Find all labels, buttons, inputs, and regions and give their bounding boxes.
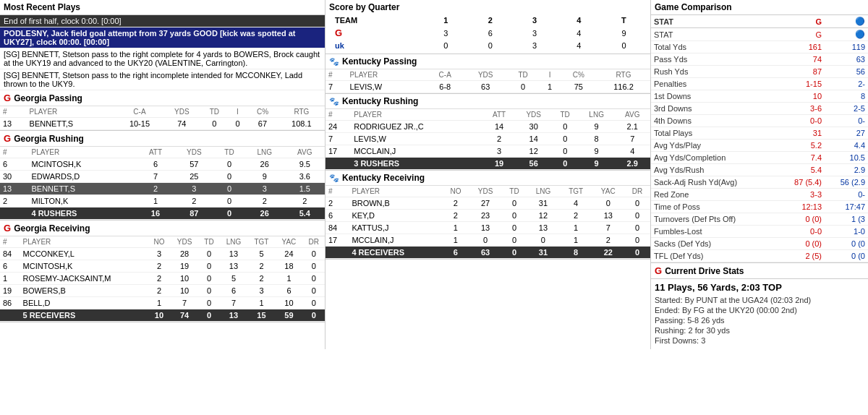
game-comparison-header: Game Comparison bbox=[651, 0, 868, 15]
comp-row: Rush Yds8756 bbox=[651, 66, 868, 78]
table-row: 24RODRIGUEZ JR.,C1430092.1 bbox=[326, 121, 650, 133]
col-att: ATT bbox=[482, 109, 516, 121]
col-player: PLAYER bbox=[29, 147, 137, 158]
score-col-4: 4 bbox=[557, 14, 601, 26]
table-row: 84MCCONKEY,L3280135240 bbox=[0, 248, 325, 260]
kentucky-passing-table: # PLAYER C-A YDS TD I C% RTG 7LEVIS,W6-8… bbox=[326, 69, 650, 93]
col-yds: YDS bbox=[464, 69, 506, 81]
game-comparison-table: STAT G 🔵 STATG🔵Total Yds161119Pass Yds74… bbox=[651, 15, 868, 262]
georgia-receiving-table: # PLAYER NO YDS TD LNG TGT YAC DR 84MCCO… bbox=[0, 236, 325, 322]
play-item: [SG] BENNETT, Stetson pass to the right … bbox=[0, 48, 325, 69]
score-team: G bbox=[329, 26, 424, 40]
score-cell: 3 bbox=[424, 26, 468, 40]
col-ca: C-A bbox=[116, 106, 163, 118]
kentucky-logo-receiving: 🐾 bbox=[329, 174, 339, 183]
current-drive-header: G Current Drive Stats bbox=[651, 262, 868, 279]
comp-row: Sack-Adj Rush Yd(Avg)87 (5.4)56 (2.9 bbox=[651, 176, 868, 189]
score-cell: 4 bbox=[557, 40, 601, 51]
table-row: 6MCINTOSH,K2190132180 bbox=[0, 260, 325, 273]
table-row: 30EDWARDS,D725093.6 bbox=[0, 171, 325, 183]
score-cell: 6 bbox=[468, 26, 512, 40]
georgia-passing-section: G Georgia Passing # PLAYER C-A YDS TD I … bbox=[0, 90, 325, 131]
col-td: TD bbox=[200, 106, 229, 118]
totals-row: 3 RUSHERS1956092.9 bbox=[326, 158, 650, 170]
score-cell: 0 bbox=[468, 40, 512, 51]
comp-row: 1st Downs108 bbox=[651, 90, 868, 103]
col-player: PLAYER bbox=[351, 109, 482, 121]
col-yac: YAC bbox=[276, 236, 303, 248]
drive-ended: Ended: By FG at the UKY20 (00:00 2nd) bbox=[655, 306, 864, 315]
score-col-team: TEAM bbox=[329, 14, 424, 26]
table-row: 7LEVIS,W214087 bbox=[326, 133, 650, 145]
score-cell: 0 bbox=[601, 40, 647, 51]
col-num: # bbox=[0, 147, 29, 158]
cell-num: 13 bbox=[0, 118, 27, 130]
col-att: ATT bbox=[137, 147, 174, 158]
play-item: PODLESNY, Jack field goal attempt from 3… bbox=[0, 27, 325, 48]
table-row: 6MCINTOSH,K6570269.5 bbox=[0, 158, 325, 171]
col-avg: AVG bbox=[615, 109, 651, 121]
col-num: # bbox=[326, 69, 346, 81]
georgia-logo-passing: G bbox=[4, 93, 11, 103]
comp-row: Fumbles-Lost0-01-0 bbox=[651, 226, 868, 238]
col-td: TD bbox=[198, 236, 219, 248]
col-num: # bbox=[326, 109, 351, 121]
col-no: NO bbox=[148, 236, 170, 248]
georgia-receiving-header: G Georgia Receiving bbox=[0, 221, 325, 236]
score-cell: 9 bbox=[601, 26, 647, 40]
col-tgt: TGT bbox=[560, 186, 592, 197]
col-avg: AVG bbox=[285, 147, 325, 158]
col-rtg: RTG bbox=[278, 106, 325, 118]
table-row: 17MCCLAIN,J1000120 bbox=[326, 234, 650, 247]
col-lng: LNG bbox=[244, 147, 285, 158]
comp-row: TFL (Def Yds)2 (5)0 (0 bbox=[651, 250, 868, 262]
col-no: NO bbox=[443, 186, 469, 197]
col-yds: YDS bbox=[174, 147, 214, 158]
recent-plays-section: Most Recent Plays End of first half, clo… bbox=[0, 0, 325, 90]
col-player: PLAYER bbox=[346, 69, 426, 81]
table-row: 19BOWERS,B21006360 bbox=[0, 285, 325, 297]
kentucky-passing-header: 🐾 Kentucky Passing bbox=[326, 54, 650, 69]
comp-row: Total Yds161119 bbox=[651, 41, 868, 54]
table-row: 17MCCLAIN,J312094 bbox=[326, 145, 650, 158]
kentucky-rushing-section: 🐾 Kentucky Rushing # PLAYER ATT YDS TD L… bbox=[326, 94, 650, 171]
col-ca: C-A bbox=[426, 69, 464, 81]
col-lng: LNG bbox=[527, 186, 560, 197]
col-td: TD bbox=[552, 109, 579, 121]
table-row: 2MILTON,K12022 bbox=[0, 195, 325, 208]
score-cell: 3 bbox=[512, 26, 556, 40]
kentucky-logo-rushing: 🐾 bbox=[329, 97, 339, 106]
col-dr: DR bbox=[624, 186, 650, 197]
score-section: Score by Quarter TEAM 1 2 3 4 T G36349uk… bbox=[326, 0, 650, 54]
score-team: uk bbox=[329, 40, 424, 51]
score-cell: 3 bbox=[512, 40, 556, 51]
col-td: TD bbox=[502, 186, 527, 197]
georgia-passing-table: # PLAYER C-A YDS TD I C% RTG 13BENNETT,S… bbox=[0, 106, 325, 130]
totals-row: 4 RUSHERS16870265.4 bbox=[0, 208, 325, 220]
col-td: TD bbox=[214, 147, 244, 158]
col-lng: LNG bbox=[579, 109, 615, 121]
comp-row: Total Plays3127 bbox=[651, 127, 868, 140]
comp-row: Pass Yds7463 bbox=[651, 54, 868, 66]
play-item: End of first half, clock 0:00. [0:00] bbox=[0, 15, 325, 27]
kentucky-receiving-section: 🐾 Kentucky Receiving # PLAYER NO YDS TD … bbox=[326, 171, 650, 260]
table-row: 6KEY,D2230122130 bbox=[326, 210, 650, 222]
score-cell: 0 bbox=[424, 40, 468, 51]
kentucky-logo-passing: 🐾 bbox=[329, 57, 339, 67]
cell-player: BENNETT,S bbox=[27, 118, 116, 130]
kentucky-rushing-header: 🐾 Kentucky Rushing bbox=[326, 94, 650, 109]
table-row: 2BROWN,B227031400 bbox=[326, 197, 650, 210]
comp-stat-col: STAT bbox=[651, 15, 778, 28]
col-yds: YDS bbox=[171, 236, 199, 248]
comp-row: STATG🔵 bbox=[651, 28, 868, 41]
col-tgt: TGT bbox=[247, 236, 275, 248]
score-col-3: 3 bbox=[512, 14, 556, 26]
comp-row: 3rd Downs3-62-5 bbox=[651, 103, 868, 115]
georgia-logo-receiving: G bbox=[4, 223, 11, 234]
georgia-rushing-table: # PLAYER ATT YDS TD LNG AVG 6MCINTOSH,K6… bbox=[0, 147, 325, 220]
score-col-1: 1 bbox=[424, 14, 468, 26]
kentucky-receiving-table: # PLAYER NO YDS TD LNG TGT YAC DR 2BROWN… bbox=[326, 186, 650, 259]
col-player: PLAYER bbox=[20, 236, 148, 248]
comp-row: Red Zone3-30- bbox=[651, 189, 868, 201]
comp-g-col: G bbox=[778, 15, 825, 28]
